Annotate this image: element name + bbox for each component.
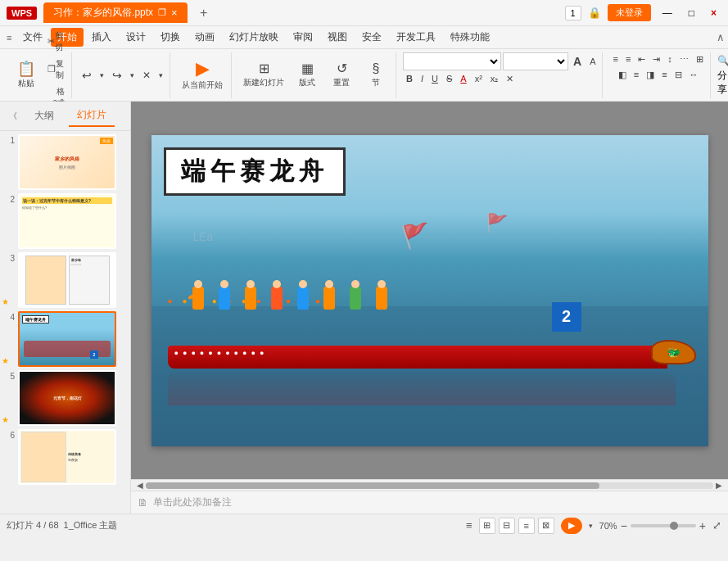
font-size-up-button[interactable]: A bbox=[570, 53, 585, 70]
copy-button[interactable]: ❐ 复制 bbox=[44, 57, 68, 83]
menu-view[interactable]: 视图 bbox=[321, 28, 354, 47]
clear-format-button[interactable]: ✕ bbox=[503, 72, 517, 86]
direction-button[interactable]: ⊞ bbox=[693, 52, 707, 66]
slide-title-box[interactable]: 端午赛龙舟 bbox=[164, 147, 346, 196]
slide-item-4[interactable]: 4 端午赛龙舟 2 ★ bbox=[3, 311, 127, 367]
paragraph-more-button[interactable]: ⋯ bbox=[676, 52, 692, 66]
slide-thumb-3[interactable]: 家乡味 □ □ □ □ □ bbox=[18, 252, 116, 308]
notes-toggle-icon[interactable]: ≡ bbox=[466, 519, 473, 532]
more-undo-button[interactable]: ▾ bbox=[156, 70, 166, 81]
collapse-icon[interactable]: ≡ bbox=[3, 31, 15, 44]
redo-dropdown[interactable]: ▾ bbox=[127, 70, 138, 81]
menu-slideshow[interactable]: 幻灯片放映 bbox=[223, 28, 285, 47]
minimize-button[interactable]: — bbox=[658, 6, 677, 20]
slide-thumb-5[interactable]: 元宵节，闹花灯 bbox=[18, 370, 116, 426]
tab-slides[interactable]: 幻灯片 bbox=[69, 105, 115, 127]
bold-button[interactable]: B bbox=[403, 72, 416, 85]
grid-view-button[interactable]: ⊟ bbox=[499, 518, 515, 534]
font-name-select[interactable] bbox=[403, 52, 501, 70]
play-group: ▶ 从当前开始 bbox=[174, 52, 232, 98]
slide-item-1[interactable]: 1 家乡的风俗 图片插图 风俗 bbox=[3, 134, 127, 190]
underline-button[interactable]: U bbox=[428, 72, 441, 85]
superscript-button[interactable]: x² bbox=[472, 72, 486, 85]
tab-outline[interactable]: 大纲 bbox=[26, 106, 62, 126]
slide-item-6[interactable]: 6 传统美食 年夜饭 bbox=[3, 429, 127, 485]
document-tab[interactable]: 习作：家乡的风俗.pptx ❐ × bbox=[43, 2, 188, 23]
slide-item-2[interactable]: 2 说一说：过完年节中有什么特殊意义? 你知道了些什么? bbox=[3, 193, 127, 249]
new-slide-button[interactable]: ⊞ 新建幻灯片 bbox=[238, 60, 289, 91]
cut-button[interactable]: ✂ 剪切 bbox=[44, 29, 68, 55]
font-color-button[interactable]: A bbox=[457, 72, 469, 85]
add-tab-button[interactable]: + bbox=[194, 3, 214, 23]
menu-security[interactable]: 安全 bbox=[355, 28, 388, 47]
line-spacing-button[interactable]: ↕ bbox=[664, 52, 676, 66]
redo-button[interactable]: ↪ bbox=[109, 67, 125, 84]
menu-review[interactable]: 审阅 bbox=[287, 28, 319, 47]
undo-dropdown[interactable]: ▾ bbox=[97, 70, 107, 81]
format-clear-button[interactable]: ✕ bbox=[139, 68, 154, 83]
play-button[interactable]: ▶ 从当前开始 bbox=[177, 57, 228, 93]
indent-decrease-button[interactable]: ⇤ bbox=[635, 52, 649, 66]
main-content: 《 大纲 幻灯片 1 家乡的风俗 图片插图 风俗 2 bbox=[0, 102, 728, 513]
text-dir-button[interactable]: ↔ bbox=[686, 68, 702, 81]
list-bullet-button[interactable]: ≡ bbox=[609, 52, 621, 66]
maximize-button[interactable]: □ bbox=[684, 6, 699, 20]
italic-button[interactable]: I bbox=[418, 72, 427, 85]
notes-view-button[interactable]: ≡ bbox=[518, 518, 535, 534]
slide-thumb-2[interactable]: 说一说：过完年节中有什么特殊意义? 你知道了些什么? bbox=[18, 193, 116, 249]
notes-bar[interactable]: 🗎 单击此处添加备注 bbox=[131, 491, 728, 513]
notes-placeholder[interactable]: 单击此处添加备注 bbox=[153, 495, 232, 509]
zoom-slider[interactable] bbox=[631, 524, 696, 527]
tab-close-icon[interactable]: × bbox=[171, 7, 178, 19]
reset-button[interactable]: ↺ 重置 bbox=[325, 60, 358, 91]
font-size-down-button[interactable]: A bbox=[586, 55, 599, 68]
canvas-scroll[interactable]: 🚩 🚩 ● ● ● ● ● ● ● ● ● ● bbox=[131, 102, 728, 479]
font-size-select[interactable] bbox=[503, 52, 568, 70]
login-button[interactable]: 未登录 bbox=[608, 4, 651, 21]
layout-button[interactable]: ▦ 版式 bbox=[291, 60, 323, 91]
menu-transition[interactable]: 切换 bbox=[154, 28, 187, 47]
slide-thumb-6[interactable]: 传统美食 年夜饭 bbox=[18, 429, 116, 485]
col-button[interactable]: ⊟ bbox=[671, 68, 685, 82]
scrollbar-thumb[interactable] bbox=[146, 482, 599, 489]
close-button[interactable]: × bbox=[706, 6, 721, 20]
reading-view-button[interactable]: ⊠ bbox=[538, 518, 554, 534]
fit-screen-button[interactable]: ⤢ bbox=[712, 519, 721, 532]
zoom-thumb[interactable] bbox=[670, 522, 678, 530]
section-button[interactable]: § 节 bbox=[359, 60, 392, 91]
menu-animation[interactable]: 动画 bbox=[188, 28, 221, 47]
restore-icon[interactable]: 🔒 bbox=[588, 7, 601, 19]
collapse-panel-icon[interactable]: ∧ bbox=[717, 31, 725, 43]
paste-button[interactable]: 📋 粘贴 bbox=[10, 59, 43, 92]
menu-special[interactable]: 特殊功能 bbox=[444, 28, 496, 47]
scroll-left-button[interactable]: ◀ bbox=[134, 480, 146, 491]
slide-item-3[interactable]: 3 家乡味 □ □ □ □ □ ★ bbox=[3, 252, 127, 308]
align-justify-button[interactable]: ≡ bbox=[658, 68, 670, 81]
play-fullscreen-button[interactable]: ▶ bbox=[561, 518, 582, 534]
slide-thumb-4[interactable]: 端午赛龙舟 2 bbox=[18, 311, 116, 367]
subscript-button[interactable]: x₂ bbox=[487, 72, 502, 86]
menu-insert[interactable]: 插入 bbox=[85, 28, 118, 47]
tab-restore-icon[interactable]: ❐ bbox=[158, 7, 166, 18]
list-number-button[interactable]: ≡ bbox=[622, 52, 634, 66]
align-left-button[interactable]: ◧ bbox=[615, 68, 630, 82]
share-label[interactable]: 分享 bbox=[717, 69, 727, 97]
slide-item-5[interactable]: 5 元宵节，闹花灯 ★ bbox=[3, 370, 127, 426]
play-dropdown[interactable]: ▾ bbox=[589, 522, 593, 530]
zoom-in-button[interactable]: + bbox=[699, 519, 706, 532]
menu-design[interactable]: 设计 bbox=[120, 28, 152, 47]
zoom-out-button[interactable]: − bbox=[621, 519, 627, 532]
strikethrough-button[interactable]: S bbox=[443, 72, 455, 85]
align-right-button[interactable]: ◨ bbox=[643, 68, 658, 82]
scrollbar-track[interactable] bbox=[146, 482, 713, 489]
indent-increase-button[interactable]: ⇥ bbox=[649, 52, 663, 66]
scroll-right-button[interactable]: ▶ bbox=[713, 480, 725, 491]
normal-view-button[interactable]: ⊞ bbox=[479, 518, 495, 534]
slide-thumb-1[interactable]: 家乡的风俗 图片插图 风俗 bbox=[18, 134, 116, 190]
align-center-button[interactable]: ≡ bbox=[631, 68, 642, 81]
undo-button[interactable]: ↩ bbox=[79, 67, 95, 84]
theme-name: 1_Office 主题 bbox=[64, 519, 118, 532]
h-scrollbar[interactable]: ◀ ▶ bbox=[131, 479, 728, 491]
menu-developer[interactable]: 开发工具 bbox=[390, 28, 442, 47]
sidebar-collapse-button[interactable]: 《 bbox=[7, 110, 20, 123]
